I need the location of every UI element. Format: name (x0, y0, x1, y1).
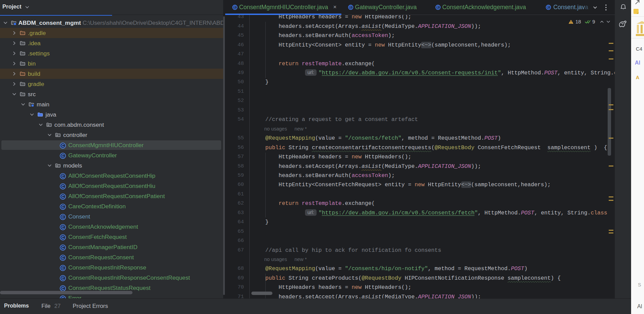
svg-text:C: C (61, 184, 65, 189)
svg-text:C: C (61, 215, 65, 220)
svg-text:C: C (61, 266, 65, 271)
svg-text:C: C (350, 5, 352, 9)
svg-text:C: C (61, 245, 65, 250)
svg-text:C: C (437, 5, 440, 9)
svg-text:C: C (61, 154, 65, 158)
svg-text:C: C (61, 225, 65, 230)
svg-text:C: C (61, 276, 65, 281)
svg-text:C: C (61, 194, 65, 199)
svg-text:C: C (61, 256, 65, 260)
svg-text:C: C (61, 174, 65, 179)
svg-text:C: C (61, 143, 65, 148)
svg-text:C: C (61, 205, 65, 209)
svg-text:C: C (61, 235, 65, 240)
svg-text:C: C (547, 5, 550, 9)
svg-text:C: C (234, 5, 236, 9)
svg-text:C: C (61, 286, 65, 291)
